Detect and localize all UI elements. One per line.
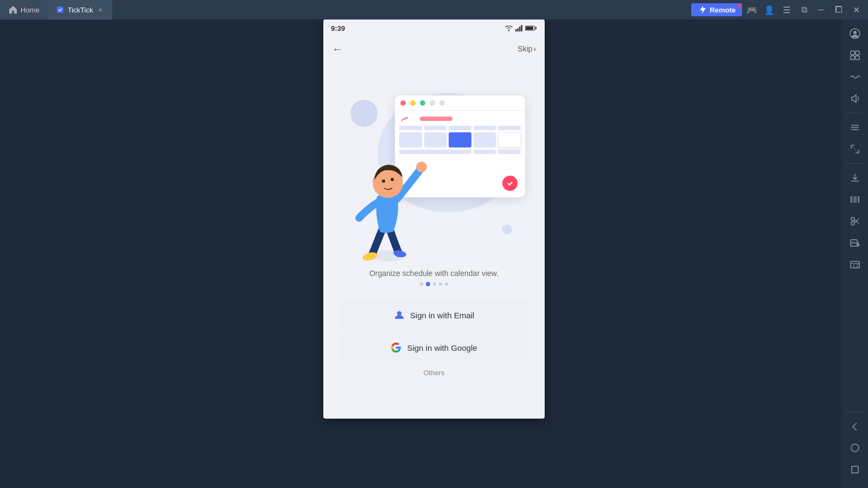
sidebar-waves-icon[interactable] [845, 67, 865, 87]
remote-button[interactable]: Remote [691, 3, 742, 16]
description-text: Organize schedule with calendar view. [334, 269, 534, 278]
ticktick-check-icon [506, 179, 514, 188]
minimize-btn[interactable]: ─ [814, 2, 829, 17]
sidebar-square-icon[interactable] [845, 460, 865, 479]
tab-close-button[interactable]: ✕ [96, 5, 105, 14]
cal-dot-grey1 [430, 100, 435, 106]
circle-icon [850, 442, 860, 453]
user-circle-icon [850, 28, 860, 39]
image-import-icon [850, 237, 860, 248]
sidebar-image-icon[interactable] [845, 233, 865, 253]
dot-2-active [426, 282, 430, 286]
sign-in-google-label: Sign in with Google [407, 343, 477, 352]
sidebar-divider-3 [847, 412, 863, 412]
phone-status-bar: 9:39 [323, 20, 545, 37]
svg-rect-29 [857, 196, 857, 203]
sidebar-scissors-icon[interactable] [845, 211, 865, 231]
sidebar-circle-icon[interactable] [845, 438, 865, 458]
svg-rect-2 [515, 29, 517, 31]
speaker-icon [850, 93, 860, 104]
blob-small-left [350, 100, 378, 127]
close-btn[interactable]: ✕ [848, 2, 864, 17]
svg-rect-4 [519, 27, 521, 31]
sidebar-speaker-icon[interactable] [845, 89, 865, 108]
character-illustration [336, 126, 445, 267]
gamepad-icon-btn[interactable]: 🎮 [744, 2, 760, 17]
audio-waves-icon [850, 72, 860, 82]
square-icon [850, 464, 860, 475]
cal-cell-tall4 [474, 132, 496, 147]
table-icon [850, 259, 860, 270]
cal-row3-c5 [498, 150, 521, 154]
email-person-icon [394, 310, 405, 320]
sidebar-grid-icon[interactable] [845, 46, 865, 65]
home-tab-label: Home [21, 6, 40, 14]
pip-icon-btn[interactable]: ⧉ [796, 2, 812, 17]
svg-point-14 [382, 179, 385, 183]
cal-row3-c4 [474, 150, 496, 154]
scissors-icon [850, 216, 860, 227]
menu-icon-btn[interactable]: ☰ [779, 2, 794, 17]
right-sidebar [842, 20, 868, 488]
back-button[interactable]: ← [332, 43, 343, 55]
phone-nav: ← Skip › [323, 37, 545, 61]
svg-rect-7 [526, 27, 533, 30]
sign-in-email-label: Sign in with Email [410, 311, 474, 320]
svg-rect-21 [851, 56, 854, 60]
skip-button[interactable]: Skip › [518, 44, 536, 53]
download-icon [850, 172, 860, 183]
svg-point-32 [851, 222, 854, 225]
dots-indicator [334, 282, 534, 286]
barcode-icon [850, 194, 860, 205]
cal-cell-blue [449, 132, 471, 147]
svg-point-40 [851, 444, 859, 452]
sign-in-google-button[interactable]: Sign in with Google [339, 334, 529, 361]
tab-home[interactable]: Home [0, 0, 48, 20]
ticktick-icon [502, 176, 518, 191]
svg-rect-30 [858, 196, 859, 203]
svg-point-15 [391, 178, 394, 181]
svg-rect-3 [518, 28, 519, 31]
sidebar-table-icon[interactable] [845, 255, 865, 274]
sign-in-email-button[interactable]: Sign in with Email [339, 301, 529, 329]
illustration-area [323, 61, 545, 267]
phone-frame: 9:39 ← [323, 20, 545, 419]
tab-ticktick[interactable]: TickTick ✕ [48, 0, 113, 20]
svg-rect-36 [851, 261, 859, 268]
cal-row1-c3 [449, 126, 471, 130]
sidebar-resize-icon[interactable] [845, 139, 865, 159]
cal-dot-grey2 [439, 100, 445, 106]
dot-1 [420, 282, 423, 286]
restore-btn[interactable]: ⧠ [831, 2, 846, 17]
account-icon-btn[interactable]: 👤 [762, 2, 777, 17]
sidebar-barcode-icon[interactable] [845, 190, 865, 209]
svg-point-16 [397, 311, 401, 316]
signal-icon [515, 25, 523, 31]
sidebar-download-icon[interactable] [845, 168, 865, 188]
svg-rect-8 [535, 27, 537, 29]
wifi-icon [505, 25, 513, 31]
sign-in-buttons: Sign in with Email Sign in with Google O… [323, 295, 545, 383]
status-icons [505, 25, 537, 31]
status-time: 9:39 [331, 24, 345, 33]
sidebar-user-icon[interactable] [845, 24, 865, 43]
top-bar-right: Remote 🎮 👤 ☰ ⧉ ─ ⧠ ✕ [691, 2, 868, 17]
sidebar-menu-icon[interactable] [845, 118, 865, 137]
blob-small-right [502, 224, 512, 234]
sidebar-divider-1 [847, 113, 863, 113]
chevron-left-icon [850, 421, 860, 432]
svg-point-1 [508, 30, 509, 31]
dot-4 [439, 282, 442, 286]
svg-rect-26 [851, 196, 852, 203]
svg-rect-19 [851, 51, 854, 55]
svg-rect-22 [856, 56, 859, 60]
resize-icon [850, 144, 860, 155]
home-icon [9, 5, 17, 14]
cal-row1-c4 [474, 126, 496, 130]
others-link[interactable]: Others [339, 369, 529, 377]
dot-3 [433, 282, 436, 286]
svg-point-18 [853, 31, 857, 34]
svg-point-12 [416, 162, 427, 172]
sidebar-back-icon[interactable] [845, 416, 865, 436]
battery-icon [525, 25, 537, 31]
